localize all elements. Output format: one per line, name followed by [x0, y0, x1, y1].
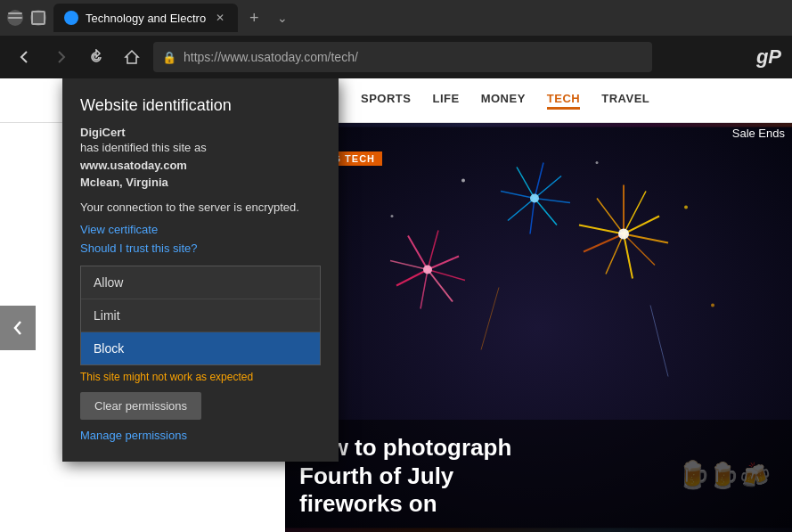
tab-menu-button[interactable]: ⌄ — [270, 5, 295, 30]
permission-allow[interactable]: Allow — [81, 266, 320, 299]
svg-point-24 — [530, 194, 539, 203]
nav-travel[interactable]: TRAVEL — [601, 92, 649, 110]
home-button[interactable] — [118, 43, 146, 71]
headline-text: How to photograph Fourth of July firewor… — [299, 434, 778, 518]
svg-point-35 — [596, 161, 599, 164]
svg-rect-0 — [8, 12, 22, 14]
headline-overlay: How to photograph Fourth of July firewor… — [285, 420, 792, 532]
address-text: https://www.usatoday.com/tech/ — [184, 50, 358, 64]
clear-permissions-button[interactable]: Clear permissions — [80, 392, 201, 420]
fireworks-hero: 🍺 🍺 🍻 How to photograph Fourth of July f… — [285, 123, 792, 532]
tab-bar: Technology and Electro ✕ + ⌄ — [53, 4, 785, 32]
svg-point-33 — [423, 266, 432, 274]
popup-connection-text: Your connection to the server is encrypt… — [80, 201, 321, 214]
back-button[interactable] — [11, 43, 39, 71]
sale-ends-banner: Sale Ends — [732, 127, 792, 140]
svg-point-38 — [711, 304, 714, 307]
svg-marker-3 — [126, 51, 138, 63]
nav-life[interactable]: LIFE — [432, 92, 459, 110]
forward-button[interactable] — [46, 43, 75, 71]
gp-logo: gP — [756, 45, 781, 69]
permission-block[interactable]: Block — [81, 331, 320, 364]
popup-cert-desc: has identified this site as www.usatoday… — [80, 139, 321, 192]
svg-point-34 — [461, 179, 465, 183]
refresh-button[interactable] — [82, 43, 110, 71]
content-area: NEWS SPORTS LIFE MONEY TECH TRAVEL — [0, 78, 792, 532]
tab-close-button[interactable]: ✕ — [213, 11, 227, 25]
carousel-left-arrow[interactable] — [0, 306, 36, 350]
tab-title: Technology and Electro — [86, 12, 206, 25]
nav-tech[interactable]: TECH — [547, 92, 580, 110]
address-bar-row: 🔒 https://www.usatoday.com/tech/ gP — [0, 36, 792, 78]
popup-cert-info: DigiCert has identified this site as www… — [80, 126, 321, 192]
popup-cert-location: Mclean, Virginia — [80, 176, 168, 189]
popup-cert-url: www.usatoday.com — [80, 159, 187, 172]
address-bar[interactable]: 🔒 https://www.usatoday.com/tech/ — [153, 42, 652, 72]
svg-point-15 — [618, 229, 629, 240]
view-certificate-link[interactable]: View certificate — [80, 223, 321, 236]
permission-limit[interactable]: Limit — [81, 299, 320, 331]
window-controls — [7, 10, 46, 26]
popup-cert-name: DigiCert — [80, 126, 321, 139]
nav-items: NEWS SPORTS LIFE MONEY TECH TRAVEL — [303, 92, 649, 110]
minimize-button[interactable] — [7, 10, 23, 26]
svg-rect-1 — [8, 17, 22, 19]
permission-dropdown: Allow Limit Block — [80, 266, 321, 365]
lock-icon: 🔒 — [162, 51, 176, 64]
website-identification-popup: Website identification DigiCert has iden… — [62, 78, 339, 462]
trust-site-link[interactable]: Should I trust this site? — [80, 241, 321, 255]
site-warning-text: This site might not work as expected — [80, 371, 321, 383]
popup-title: Website identification — [80, 96, 321, 115]
title-bar: Technology and Electro ✕ + ⌄ — [0, 0, 792, 36]
svg-point-36 — [684, 206, 688, 209]
svg-rect-2 — [32, 12, 45, 24]
svg-point-37 — [391, 215, 394, 217]
new-tab-button[interactable]: + — [241, 5, 266, 30]
restore-button[interactable] — [30, 10, 46, 26]
tab-favicon — [64, 11, 78, 25]
nav-sports[interactable]: SPORTS — [361, 92, 411, 110]
browser-window: Technology and Electro ✕ + ⌄ 🔒 https://w… — [0, 0, 792, 532]
active-tab[interactable]: Technology and Electro ✕ — [53, 4, 238, 32]
nav-money[interactable]: MONEY — [481, 92, 526, 110]
manage-permissions-link[interactable]: Manage permissions — [80, 429, 321, 442]
